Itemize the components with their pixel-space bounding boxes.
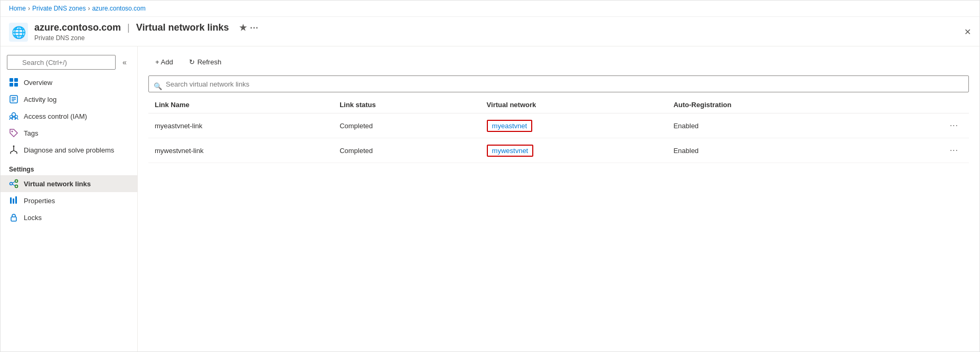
link-status-cell: Completed bbox=[333, 113, 480, 138]
svg-point-16 bbox=[15, 180, 18, 183]
virtual-network-cell-2: mywestvnet bbox=[480, 138, 667, 163]
sidebar-item-diagnose-label: Diagnose and solve problems bbox=[24, 146, 114, 154]
svg-rect-4 bbox=[10, 83, 13, 87]
sidebar-item-overview[interactable]: Overview bbox=[1, 74, 137, 91]
auto-reg-cell-2: Enabled bbox=[667, 138, 879, 163]
svg-point-17 bbox=[15, 185, 18, 188]
row-more-button-west[interactable]: ··· bbox=[946, 144, 963, 157]
sidebar-search-wrap: 🔍 « bbox=[1, 51, 137, 74]
breadcrumb: Home › Private DNS zones › azure.contoso… bbox=[1, 1, 979, 17]
svg-line-18 bbox=[13, 182, 15, 183]
sidebar-item-tags-label: Tags bbox=[24, 129, 38, 137]
table-container: Link Name Link status Virtual network Au… bbox=[148, 97, 969, 343]
sidebar-item-vnet-links-label: Virtual network links bbox=[24, 180, 91, 188]
sidebar-item-access-control[interactable]: Access control (IAM) bbox=[1, 108, 137, 125]
svg-line-19 bbox=[13, 184, 15, 186]
activity-log-icon bbox=[9, 94, 18, 104]
svg-rect-21 bbox=[13, 198, 14, 204]
properties-icon bbox=[9, 196, 18, 205]
sidebar-item-properties-label: Properties bbox=[24, 197, 55, 205]
svg-rect-5 bbox=[14, 83, 18, 87]
row-actions-west: ··· bbox=[880, 138, 969, 163]
refresh-icon: ↻ bbox=[189, 58, 195, 66]
close-button[interactable]: ✕ bbox=[964, 26, 971, 36]
svg-rect-2 bbox=[10, 78, 13, 82]
vnet-link-east[interactable]: myeastvnet bbox=[492, 122, 527, 130]
link-status-cell-2: Completed bbox=[333, 138, 480, 163]
sidebar-item-overview-label: Overview bbox=[24, 79, 52, 87]
vnet-links-icon bbox=[9, 179, 18, 188]
sidebar-search-input[interactable] bbox=[7, 55, 116, 70]
sidebar-item-vnet-links[interactable]: Virtual network links bbox=[1, 175, 137, 192]
sidebar-item-activity-log[interactable]: Activity log bbox=[1, 91, 137, 108]
link-name-cell-2: mywestvnet-link bbox=[148, 138, 333, 163]
main-layout: 🔍 « Overview Activity log bbox=[1, 46, 979, 351]
refresh-button[interactable]: ↻ Refresh bbox=[182, 55, 229, 69]
svg-rect-3 bbox=[14, 78, 18, 82]
link-name-cell: myeastvnet-link bbox=[148, 113, 333, 138]
col-actions bbox=[880, 97, 969, 113]
virtual-network-cell: myeastvnet bbox=[480, 113, 667, 138]
row-actions-east: ··· bbox=[880, 113, 969, 138]
collapse-button[interactable]: « bbox=[118, 56, 131, 69]
svg-point-15 bbox=[10, 183, 13, 185]
refresh-label: Refresh bbox=[197, 58, 222, 66]
svg-point-14 bbox=[13, 146, 15, 147]
resource-icon: 🌐 bbox=[9, 23, 28, 42]
vnet-search-input[interactable] bbox=[148, 75, 969, 92]
vnet-link-west[interactable]: mywestvnet bbox=[492, 147, 529, 155]
settings-section-label: Settings bbox=[1, 158, 137, 175]
breadcrumb-resource[interactable]: azure.contoso.com bbox=[92, 5, 145, 12]
sidebar-item-activity-log-label: Activity log bbox=[24, 96, 56, 103]
sidebar-item-diagnose[interactable]: Diagnose and solve problems bbox=[1, 141, 137, 158]
breadcrumb-home[interactable]: Home bbox=[9, 5, 26, 12]
locks-icon bbox=[9, 213, 18, 222]
resource-subtitle: Private DNS zone bbox=[34, 34, 259, 42]
svg-rect-20 bbox=[10, 197, 12, 204]
col-link-name: Link Name bbox=[148, 97, 333, 113]
col-link-status: Link status bbox=[333, 97, 480, 113]
col-virtual-network: Virtual network bbox=[480, 97, 667, 113]
sidebar: 🔍 « Overview Activity log bbox=[1, 46, 138, 351]
resource-name: azure.contoso.com bbox=[34, 22, 121, 33]
diagnose-icon bbox=[9, 145, 18, 155]
overview-icon bbox=[9, 78, 18, 87]
row-more-button-east[interactable]: ··· bbox=[946, 119, 963, 132]
vnet-search-wrap: 🔍 bbox=[148, 75, 969, 97]
sidebar-item-properties[interactable]: Properties bbox=[1, 192, 137, 209]
sidebar-search-container: 🔍 bbox=[7, 55, 116, 70]
svg-point-12 bbox=[15, 116, 18, 118]
col-auto-registration: Auto-Registration bbox=[667, 97, 879, 113]
svg-point-11 bbox=[10, 116, 13, 118]
sidebar-item-locks-label: Locks bbox=[24, 214, 42, 222]
svg-point-13 bbox=[12, 131, 13, 132]
svg-rect-22 bbox=[15, 196, 17, 204]
sidebar-item-iam-label: Access control (IAM) bbox=[24, 112, 87, 120]
add-button[interactable]: + Add bbox=[148, 55, 180, 69]
header-text: azure.contoso.com | Virtual network link… bbox=[34, 22, 259, 42]
svg-rect-23 bbox=[11, 217, 16, 221]
sidebar-item-locks[interactable]: Locks bbox=[1, 209, 137, 226]
breadcrumb-private-dns[interactable]: Private DNS zones bbox=[32, 5, 86, 12]
more-options-icon[interactable]: ··· bbox=[250, 23, 258, 33]
tags-icon bbox=[9, 128, 18, 138]
table-row: mywestvnet-link Completed mywestvnet Ena… bbox=[148, 138, 969, 163]
page-title: Virtual network links bbox=[136, 22, 229, 33]
sidebar-item-tags[interactable]: Tags bbox=[1, 125, 137, 141]
page-header: 🌐 azure.contoso.com | Virtual network li… bbox=[1, 17, 979, 46]
content-area: + Add ↻ Refresh 🔍 Link Name Link status bbox=[138, 46, 979, 351]
vnet-links-table: Link Name Link status Virtual network Au… bbox=[148, 97, 969, 163]
toolbar: + Add ↻ Refresh bbox=[148, 55, 969, 69]
favorite-star[interactable]: ★ bbox=[239, 23, 247, 33]
table-row: myeastvnet-link Completed myeastvnet Ena… bbox=[148, 113, 969, 138]
auto-reg-cell: Enabled bbox=[667, 113, 879, 138]
svg-text:🌐: 🌐 bbox=[12, 25, 26, 40]
iam-icon bbox=[9, 111, 18, 121]
